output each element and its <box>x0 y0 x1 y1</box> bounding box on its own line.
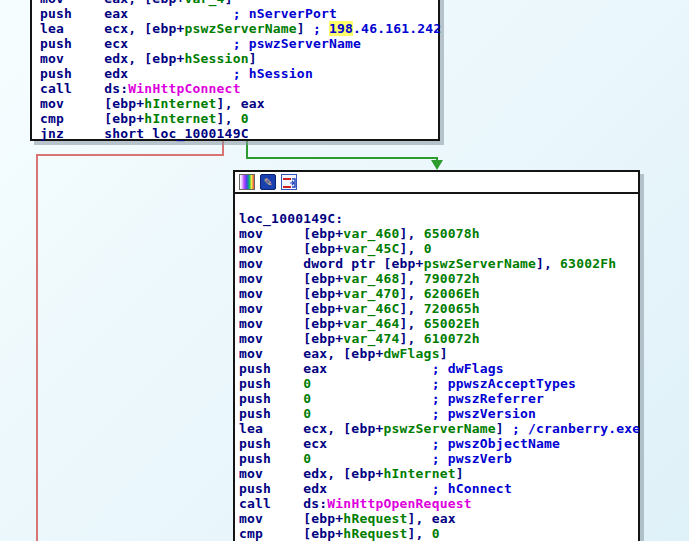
asm-line[interactable]: mov [ebp+hInternet], eax <box>40 96 438 111</box>
node-color-icon[interactable] <box>239 174 255 190</box>
edge-arrowhead-icon <box>431 160 443 170</box>
asm-line[interactable]: call ds:WinHttpConnect <box>40 81 438 96</box>
asm-line[interactable]: push 0 ; pwszVerb <box>239 451 638 466</box>
asm-line[interactable]: mov eax, [ebp+dwFlags] <box>239 346 638 361</box>
graph-canvas[interactable]: { "colors": { "navy": "#000082", "green"… <box>0 0 689 541</box>
asm-line[interactable]: lea ecx, [ebp+pswzServerName] ; /cranber… <box>239 421 638 436</box>
asm-line[interactable]: push eax ; dwFlags <box>239 361 638 376</box>
asm-line[interactable]: mov [ebp+var_470], 62006Eh <box>239 286 638 301</box>
asm-line[interactable]: push ecx ; pwszObjectName <box>239 436 638 451</box>
asm-line[interactable]: call ds:WinHttpOpenRequest <box>239 496 638 511</box>
asm-line[interactable]: mov edx, [ebp+hSession] <box>40 51 438 66</box>
basic-block-loc-1000149C[interactable]: ✎ loc_1000149C:mov [ebp+var_460], 650078… <box>233 170 640 541</box>
asm-line[interactable]: mov [ebp+var_464], 65002Eh <box>239 316 638 331</box>
asm-line[interactable]: push ecx ; pswzServerName <box>40 36 438 51</box>
asm-line[interactable]: mov [ebp+var_46C], 720065h <box>239 301 638 316</box>
group-nodes-icon[interactable] <box>281 174 297 190</box>
group-nodes-glyph <box>282 176 296 190</box>
asm-line[interactable]: cmp [ebp+hRequest], 0 <box>239 526 638 541</box>
asm-line[interactable]: mov [ebp+var_460], 650078h <box>239 226 638 241</box>
edge-jump-taken <box>247 141 437 161</box>
edge-jump-not-taken <box>37 141 223 541</box>
asm-line[interactable]: push 0 ; ppwszAcceptTypes <box>239 376 638 391</box>
node-header: ✎ <box>235 172 638 194</box>
asm-line[interactable]: push edx ; hSession <box>40 66 438 81</box>
asm-line[interactable]: mov [ebp+var_45C], 0 <box>239 241 638 256</box>
asm-line[interactable]: mov [ebp+var_474], 610072h <box>239 331 638 346</box>
asm-line[interactable] <box>239 196 638 211</box>
asm-line[interactable]: mov dword ptr [ebp+pswzServerName], 6300… <box>239 256 638 271</box>
asm-line[interactable]: push edx ; hConnect <box>239 481 638 496</box>
basic-block-top[interactable]: mov eax, [ebp+var_4]push eax ; nServerPo… <box>30 0 440 141</box>
asm-line[interactable]: mov edx, [ebp+hInternet] <box>239 466 638 481</box>
asm-line[interactable]: push eax ; nServerPort <box>40 6 438 21</box>
asm-line[interactable]: jnz short loc_1000149C <box>40 126 438 141</box>
asm-line[interactable]: push 0 ; pwszReferrer <box>239 391 638 406</box>
asm-line[interactable]: cmp [ebp+hInternet], 0 <box>40 111 438 126</box>
edit-node-icon[interactable]: ✎ <box>260 174 276 190</box>
asm-line[interactable]: mov [ebp+var_468], 790072h <box>239 271 638 286</box>
disassembly-listing: loc_1000149C:mov [ebp+var_460], 650078hm… <box>235 194 638 541</box>
disassembly-listing: mov eax, [ebp+var_4]push eax ; nServerPo… <box>36 0 438 141</box>
asm-line[interactable]: push 0 ; pwszVersion <box>239 406 638 421</box>
asm-line[interactable]: lea ecx, [ebp+pswzServerName] ; 198.46.1… <box>40 21 438 36</box>
asm-line[interactable]: loc_1000149C: <box>239 211 638 226</box>
asm-line[interactable]: mov [ebp+hRequest], eax <box>239 511 638 526</box>
